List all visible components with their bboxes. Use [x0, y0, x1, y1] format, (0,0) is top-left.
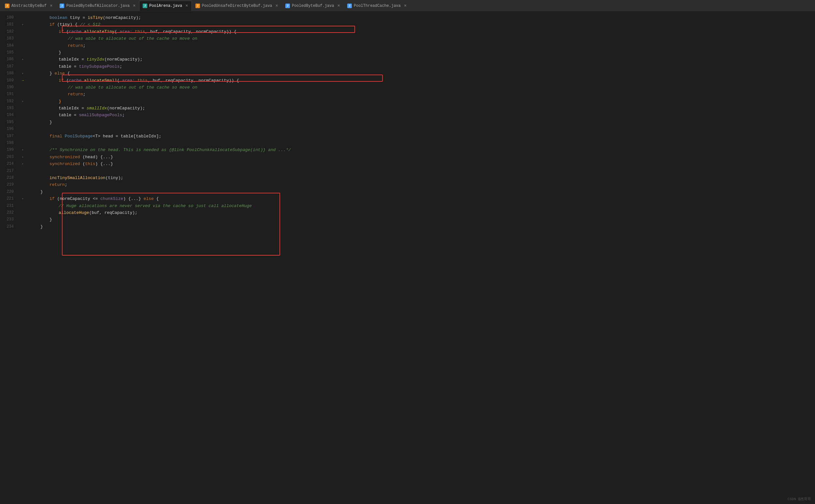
code-line-197: final PoolSubpage <T> head = table[table… — [31, 133, 815, 140]
code-line-233: } — [31, 216, 815, 223]
gutter-214: ▸ — [20, 161, 26, 167]
gutter-231 — [20, 203, 26, 209]
ln-180: 180 — [0, 14, 17, 21]
code-line-196 — [31, 126, 815, 133]
tab-icon-1: J — [5, 4, 9, 8]
gutter-194 — [20, 112, 26, 119]
tab-pooled-unsafe-direct[interactable]: J PooledUnsafeDirectByteBuf.java × — [192, 1, 282, 11]
ln-231: 231 — [0, 203, 17, 209]
tab-label-4: PooledUnsafeDirectByteBuf.java — [202, 4, 272, 8]
code-line-180: boolean tiny = isTiny (normCapacity); — [31, 14, 815, 21]
ln-203: 203 — [0, 154, 17, 161]
ln-196: 196 — [0, 126, 17, 133]
gutter-197 — [20, 133, 26, 140]
tab-icon-3: J — [143, 4, 147, 8]
gutter-185 — [20, 49, 26, 56]
gutter-183 — [20, 35, 26, 42]
tab-icon-6: J — [347, 4, 352, 8]
ln-183: 183 — [0, 35, 17, 42]
tab-pooled-bytebuf[interactable]: J PooledByteBuf.java × — [282, 1, 344, 11]
code-line-181: if (tiny) { // < 512 — [31, 21, 815, 28]
gutter-180 — [20, 14, 26, 21]
ln-190: 190 — [0, 84, 17, 91]
tab-label-3: PoolArena.java — [149, 4, 182, 8]
ln-192: 192 — [0, 98, 17, 105]
tab-label-6: PoolThreadCache.java — [354, 4, 400, 8]
gutter-190 — [20, 84, 26, 91]
code-line-193: tableIdx = smallIdx (normCapacity); — [31, 105, 815, 112]
code-line-194: table = smallSubpagePools ; — [31, 112, 815, 119]
code-line-195: } — [31, 119, 815, 126]
tab-close-6[interactable]: × — [404, 3, 406, 8]
tab-pooled-bytebuf-allocator[interactable]: J PooledByteBufAllocator.java × — [56, 1, 139, 11]
ln-194: 194 — [0, 112, 17, 119]
tab-pool-thread-cache[interactable]: J PoolThreadCache.java × — [344, 1, 410, 11]
tab-close-3[interactable]: × — [185, 3, 188, 8]
ln-214: 214 — [0, 161, 17, 167]
code-line-203: synchronized (head) {...} — [31, 154, 815, 161]
code-line-199: /** Synchronize on the head. This is nee… — [31, 147, 815, 153]
code-line-232: allocateHuge (buf, reqCapacity); — [31, 209, 815, 216]
code-line-188: } else { — [31, 70, 815, 77]
code-line-186: tableIdx = tinyIdx (normCapacity); — [31, 56, 815, 63]
gutter-192: ▸ — [20, 98, 26, 105]
ln-199: 199 — [0, 147, 17, 153]
gutter-199: ▸ — [20, 147, 26, 153]
tab-icon-5: J — [285, 4, 290, 8]
gutter-198 — [20, 140, 26, 147]
ln-187: 187 — [0, 63, 17, 70]
ln-197: 197 — [0, 133, 17, 140]
tab-bar: J AbstractByteBuf × J PooledByteBufAlloc… — [0, 0, 815, 12]
ln-221: 221 — [0, 195, 17, 202]
code-line-192: } — [31, 98, 815, 105]
tab-pool-arena[interactable]: J PoolArena.java × — [139, 1, 191, 11]
code-line-219: return ; — [31, 181, 815, 188]
tab-close-1[interactable]: × — [50, 3, 52, 8]
ln-233: 233 — [0, 216, 17, 223]
ln-234: 234 — [0, 223, 17, 230]
code-line-231: // Huge allocations are never served via… — [31, 203, 815, 209]
ln-181: 181 — [0, 21, 17, 28]
ln-198: 198 — [0, 140, 17, 147]
code-line-214: synchronized ( this ) {...} — [31, 161, 815, 167]
code-line-198 — [31, 140, 815, 147]
gutter: ▸ ▸ ▸ → ▸ ▸ ▸ ▸ ▸ — [20, 12, 26, 504]
gutter-233 — [20, 216, 26, 223]
ln-184: 184 — [0, 42, 17, 49]
gutter-182 — [20, 28, 26, 35]
code-line-191: return ; — [31, 91, 815, 98]
gutter-186: ▸ — [20, 56, 26, 63]
code-line-190: // was able to allocate out of the cache… — [31, 84, 815, 91]
gutter-189: → — [20, 77, 26, 84]
code-line-185: } — [31, 49, 815, 56]
gutter-219 — [20, 181, 26, 188]
code-line-184: return ; — [31, 42, 815, 49]
tab-abstract-bytebuf[interactable]: J AbstractByteBuf × — [1, 1, 56, 11]
tab-close-2[interactable]: × — [133, 3, 135, 8]
code-area: 180 181 182 183 184 185 186 187 188 189 … — [0, 12, 815, 504]
ln-185: 185 — [0, 49, 17, 56]
tab-close-5[interactable]: × — [337, 3, 340, 8]
ln-218: 218 — [0, 175, 17, 181]
gutter-218 — [20, 175, 26, 181]
tab-label-1: AbstractByteBuf — [11, 4, 47, 8]
watermark: CSDN @杰哥哥 — [787, 497, 811, 501]
gutter-196 — [20, 126, 26, 133]
code-line-182: if ( cache . allocateTiny ( area: this ,… — [31, 28, 815, 35]
code-line-221: if (normCapacity <= chunkSize ) {...} el… — [31, 195, 815, 202]
gutter-181: ▸ — [20, 21, 26, 28]
gutter-184 — [20, 42, 26, 49]
gutter-191 — [20, 91, 26, 98]
code-line-220: } — [31, 189, 815, 195]
code-content[interactable]: boolean tiny = isTiny (normCapacity); if… — [26, 12, 815, 504]
code-line-217 — [31, 168, 815, 175]
gutter-234 — [20, 223, 26, 230]
gutter-232 — [20, 209, 26, 216]
tab-close-4[interactable]: × — [275, 3, 278, 8]
gutter-193 — [20, 105, 26, 112]
ln-232: 232 — [0, 209, 17, 216]
tab-label-5: PooledByteBuf.java — [292, 4, 334, 8]
gutter-187 — [20, 63, 26, 70]
gutter-195 — [20, 119, 26, 126]
line-numbers: 180 181 182 183 184 185 186 187 188 189 … — [0, 12, 20, 504]
